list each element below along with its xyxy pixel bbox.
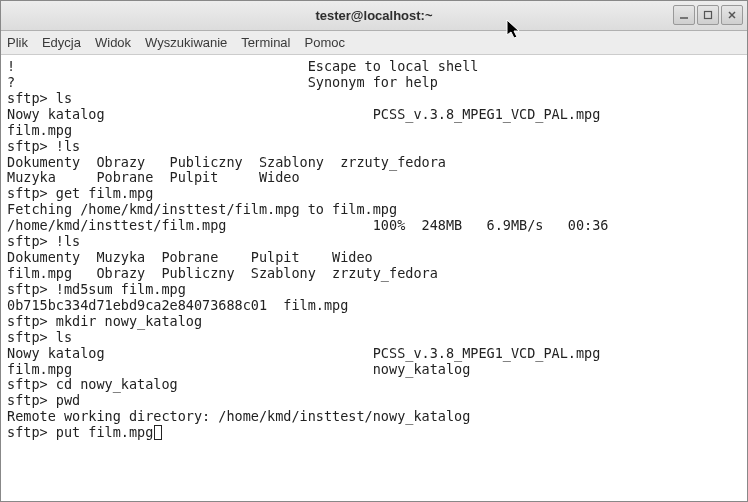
window-title: tester@localhost:~	[1, 8, 747, 23]
terminal-line: Nowy katalog PCSS_v.3.8_MPEG1_VCD_PAL.mp…	[7, 106, 600, 122]
menu-terminal[interactable]: Terminal	[241, 35, 290, 50]
terminal-line: Nowy katalog PCSS_v.3.8_MPEG1_VCD_PAL.mp…	[7, 345, 600, 361]
menu-plik[interactable]: Plik	[7, 35, 28, 50]
maximize-button[interactable]	[697, 5, 719, 25]
terminal-line: Fetching /home/kmd/insttest/film.mpg to …	[7, 201, 397, 217]
terminal-line: sftp> !ls	[7, 233, 80, 249]
terminal-line: Dokumenty Obrazy Publiczny Szablony zrzu…	[7, 154, 446, 170]
window-controls	[673, 5, 743, 25]
terminal-line: film.mpg	[7, 122, 72, 138]
terminal-line: sftp> !md5sum film.mpg	[7, 281, 186, 297]
text-cursor	[154, 425, 162, 440]
maximize-icon	[703, 10, 713, 20]
terminal-line: sftp> ls	[7, 90, 72, 106]
terminal-output[interactable]: ! Escape to local shell ? Synonym for he…	[1, 55, 747, 502]
menu-edycja[interactable]: Edycja	[42, 35, 81, 50]
titlebar: tester@localhost:~	[1, 1, 747, 31]
terminal-line: Remote working directory: /home/kmd/inst…	[7, 408, 470, 424]
close-icon	[727, 10, 737, 20]
minimize-button[interactable]	[673, 5, 695, 25]
terminal-line: 0b715bc334d71ebd9ca2e84073688c01 film.mp…	[7, 297, 348, 313]
terminal-line: sftp> cd nowy_katalog	[7, 376, 178, 392]
terminal-line: film.mpg Obrazy Publiczny Szablony zrzut…	[7, 265, 438, 281]
minimize-icon	[679, 10, 689, 20]
menu-pomoc[interactable]: Pomoc	[304, 35, 344, 50]
terminal-line: ! Escape to local shell	[7, 58, 478, 74]
terminal-line: sftp> !ls	[7, 138, 80, 154]
terminal-line: sftp> mkdir nowy_katalog	[7, 313, 202, 329]
terminal-line: Dokumenty Muzyka Pobrane Pulpit Wideo	[7, 249, 373, 265]
close-button[interactable]	[721, 5, 743, 25]
menubar: Plik Edycja Widok Wyszukiwanie Terminal …	[1, 31, 747, 55]
terminal-line: sftp> put film.mpg	[7, 424, 153, 440]
terminal-line: sftp> pwd	[7, 392, 80, 408]
terminal-line: Muzyka Pobrane Pulpit Wideo	[7, 169, 300, 185]
menu-wyszukiwanie[interactable]: Wyszukiwanie	[145, 35, 227, 50]
svg-rect-1	[705, 12, 712, 19]
menu-widok[interactable]: Widok	[95, 35, 131, 50]
terminal-line: sftp> ls	[7, 329, 72, 345]
terminal-line: ? Synonym for help	[7, 74, 438, 90]
terminal-line: film.mpg nowy_katalog	[7, 361, 470, 377]
terminal-line: /home/kmd/insttest/film.mpg 100% 248MB 6…	[7, 217, 608, 233]
terminal-line: sftp> get film.mpg	[7, 185, 153, 201]
